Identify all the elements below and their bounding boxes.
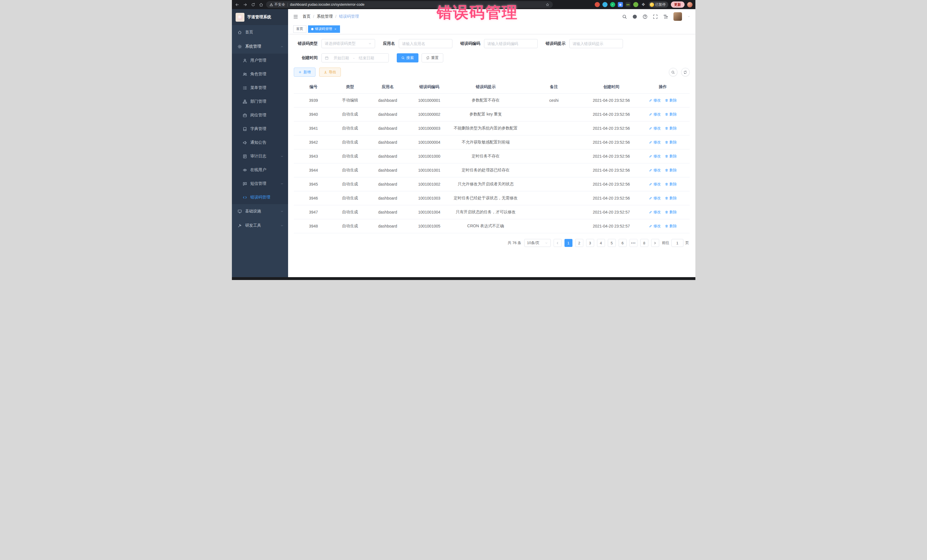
forward-icon[interactable] (243, 2, 248, 7)
edit-link[interactable]: 修改 (649, 112, 661, 117)
sidebar-item-role[interactable]: 角色管理 (232, 67, 288, 81)
prev-page-button[interactable] (554, 239, 562, 247)
delete-link[interactable]: 删除 (665, 112, 677, 117)
help-icon[interactable] (643, 14, 647, 19)
error-type-select[interactable]: 请选择错误码类型 (321, 39, 375, 48)
error-code-input[interactable] (488, 42, 534, 46)
goto-page-input[interactable] (672, 239, 684, 247)
sidebar-item-post[interactable]: 岗位管理 (232, 108, 288, 122)
edit-link[interactable]: 修改 (649, 182, 661, 187)
delete-link[interactable]: 删除 (665, 98, 677, 103)
sidebar-item-error-code[interactable]: 错误码管理 (232, 190, 288, 204)
sidebar-item-home[interactable]: 首页 (232, 25, 288, 39)
sidebar-item-user[interactable]: 用户管理 (232, 54, 288, 67)
user-avatar[interactable] (673, 12, 682, 21)
back-icon[interactable] (235, 2, 240, 7)
pager-page-8[interactable]: 8 (640, 239, 648, 247)
on-switch-extension-icon[interactable]: on (626, 2, 631, 7)
edit-link[interactable]: 修改 (649, 196, 661, 201)
pager-more-button[interactable]: ••• (629, 239, 637, 247)
fullscreen-icon[interactable] (653, 14, 658, 19)
refresh-table-button[interactable] (681, 68, 690, 76)
delete-link[interactable]: 删除 (665, 196, 677, 201)
pager-page-1[interactable]: 1 (564, 239, 573, 247)
sidebar-item-menu[interactable]: 菜单管理 (232, 81, 288, 95)
error-hint-input[interactable] (573, 42, 620, 46)
red-circle-extension-icon[interactable] (595, 2, 600, 7)
logo[interactable]: 芋道管理系统 (232, 9, 288, 25)
page-size-select[interactable]: 10条/页 (524, 239, 551, 247)
pager-page-4[interactable]: 4 (597, 239, 605, 247)
green-check-extension-icon[interactable]: ✓ (610, 2, 615, 7)
start-date-input[interactable] (331, 56, 352, 60)
col-header-type: 类型 (333, 81, 367, 94)
delete-link[interactable]: 删除 (665, 182, 677, 187)
edit-link[interactable]: 修改 (649, 154, 661, 159)
water-drop-extension-icon[interactable] (602, 2, 608, 7)
avatar-caret-icon[interactable] (687, 15, 690, 18)
sidebar-item-devtools[interactable]: 研发工具 (232, 219, 288, 233)
sidebar-item-dict[interactable]: 字典管理 (232, 122, 288, 136)
close-icon[interactable] (334, 28, 337, 30)
pager-page-3[interactable]: 3 (586, 239, 594, 247)
paused-badge[interactable]: 已暂停 (649, 2, 668, 8)
sidebar-item-sms[interactable]: 短信管理 (232, 177, 288, 190)
sidebar-item-system[interactable]: 系统管理 (232, 39, 288, 54)
tab-error-code[interactable]: 错误码管理 (308, 25, 340, 33)
add-button[interactable]: 新增 (294, 68, 316, 77)
delete-link[interactable]: 删除 (665, 126, 677, 131)
pager-page-2[interactable]: 2 (575, 239, 583, 247)
delete-link[interactable]: 删除 (665, 209, 677, 215)
breadcrumb-item-home[interactable]: 首页 (302, 14, 311, 19)
delete-icon (665, 225, 668, 228)
security-chip[interactable]: 不安全 (269, 2, 285, 7)
edit-link[interactable]: 修改 (649, 223, 661, 229)
search-button[interactable]: 搜索 (397, 53, 418, 62)
sidebar-collapse-icon[interactable] (293, 14, 298, 19)
sidebar-item-infra[interactable]: 基础设施 (232, 204, 288, 219)
edit-link[interactable]: 修改 (649, 126, 661, 131)
breadcrumb-item-system[interactable]: 系统管理 (317, 14, 333, 19)
delete-link[interactable]: 删除 (665, 154, 677, 159)
toggle-search-button[interactable] (669, 68, 678, 76)
end-date-input[interactable] (356, 56, 377, 60)
export-button[interactable]: 导出 (319, 68, 341, 77)
pager-page-6[interactable]: 6 (619, 239, 627, 247)
sidebar-item-online-user[interactable]: 在线用户 (232, 163, 288, 177)
edit-link[interactable]: 修改 (649, 140, 661, 145)
org-icon (243, 100, 247, 104)
search-icon[interactable] (622, 14, 627, 19)
reload-icon[interactable] (251, 2, 256, 7)
tab-home[interactable]: 首页 (293, 25, 306, 33)
sidebar-item-audit-log[interactable]: 审计日志 (232, 149, 288, 163)
edit-link[interactable]: 修改 (649, 168, 661, 173)
delete-link[interactable]: 删除 (665, 168, 677, 173)
delete-link[interactable]: 删除 (665, 140, 677, 145)
cell-type: 自动生成 (333, 149, 367, 163)
sidebar-item-label: 岗位管理 (251, 112, 266, 118)
next-page-button[interactable] (651, 239, 659, 247)
pager-page-5[interactable]: 5 (608, 239, 616, 247)
cell-app: dashboard (367, 205, 409, 219)
edit-link[interactable]: 修改 (649, 98, 661, 103)
filter-row-1: 错误码类型 请选择错误码类型 应用名 错误码编码 (294, 39, 690, 48)
app-name-input[interactable] (402, 42, 449, 46)
sidebar-item-notice[interactable]: 通知公告 (232, 136, 288, 149)
reset-button[interactable]: 重置 (422, 53, 443, 62)
address-bar[interactable]: 不安全 dashboard.yudao.iocoder.cn/system/er… (266, 1, 553, 8)
font-size-icon[interactable] (663, 14, 668, 19)
green-dot-extension-icon[interactable] (633, 2, 638, 7)
delete-link[interactable]: 删除 (665, 223, 677, 229)
sidebar-item-dept[interactable]: 部门管理 (232, 95, 288, 108)
browser-home-icon[interactable] (259, 2, 264, 7)
date-range-picker[interactable]: - (321, 53, 389, 62)
edit-link[interactable]: 修改 (649, 209, 661, 215)
github-icon[interactable] (632, 14, 637, 19)
puzzle-extension-icon[interactable]: ❖ (641, 2, 646, 7)
bookmark-star-icon[interactable] (546, 3, 549, 6)
search-icon (401, 56, 405, 59)
browser-profile-avatar[interactable] (687, 2, 693, 8)
blue-grid-extension-icon[interactable]: ▦ (618, 2, 623, 7)
cell-time: 2021-04-20 23:52:56 (587, 121, 636, 135)
browser-update-button[interactable]: 更新 (671, 2, 685, 8)
